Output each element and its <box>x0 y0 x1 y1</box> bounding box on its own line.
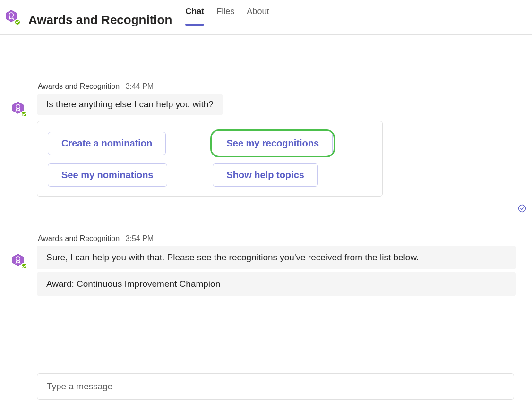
see-my-recognitions-button[interactable]: See my recognitions <box>213 132 333 155</box>
compose-area <box>37 373 514 400</box>
award-line: Award: Continuous Improvement Champion <box>37 272 516 296</box>
tab-about[interactable]: About <box>247 7 269 25</box>
header-bar: Awards and Recognition Chat Files About <box>0 0 532 35</box>
message-sender: Awards and Recognition <box>38 234 120 242</box>
svg-point-6 <box>519 205 526 212</box>
message-input[interactable] <box>37 373 514 400</box>
message-timestamp: 3:44 PM <box>126 82 154 90</box>
see-my-nominations-button[interactable]: See my nominations <box>48 163 167 187</box>
app-avatar <box>5 9 20 25</box>
message-meta: Awards and Recognition 3:54 PM <box>37 234 516 243</box>
presence-available-icon <box>14 19 21 26</box>
create-nomination-button[interactable]: Create a nomination <box>48 132 166 155</box>
tab-chat[interactable]: Chat <box>185 7 204 25</box>
message: Awards and Recognition 3:44 PM Is there … <box>11 82 516 197</box>
chat-scroll-area: Awards and Recognition 3:44 PM Is there … <box>0 35 532 370</box>
message-sender: Awards and Recognition <box>38 82 120 90</box>
read-receipt-icon <box>518 204 526 213</box>
message-timestamp: 3:54 PM <box>126 234 154 242</box>
presence-available-icon <box>21 263 27 269</box>
message-bubble: Is there anything else I can help you wi… <box>37 94 223 115</box>
tab-row: Chat Files About <box>185 6 269 34</box>
message-meta: Awards and Recognition 3:44 PM <box>37 82 516 91</box>
message-avatar <box>11 101 26 116</box>
action-card: Create a nomination See my recognitions … <box>37 121 383 197</box>
presence-available-icon <box>21 111 27 117</box>
show-help-topics-button[interactable]: Show help topics <box>213 163 317 187</box>
tab-files[interactable]: Files <box>216 7 234 25</box>
message-avatar <box>11 253 26 268</box>
message-bubble: Sure, I can help you with that. Please s… <box>37 246 516 269</box>
message: Awards and Recognition 3:54 PM Sure, I c… <box>11 234 516 296</box>
page-title: Awards and Recognition <box>28 13 172 27</box>
